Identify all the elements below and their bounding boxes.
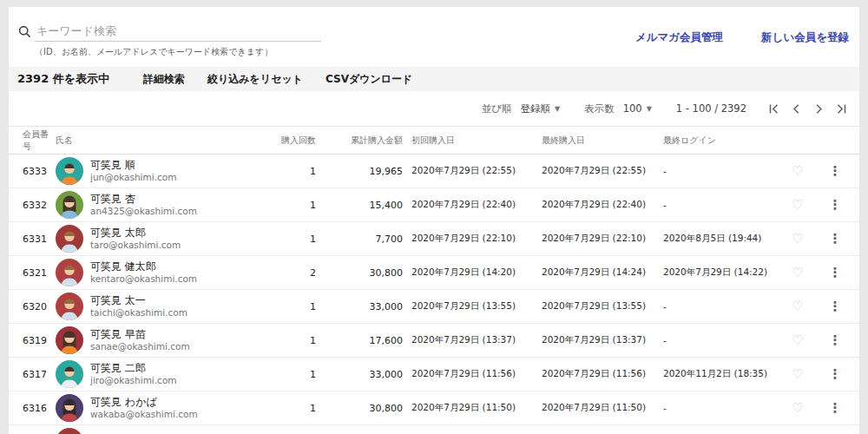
row-menu-icon[interactable]: ⋮ xyxy=(829,233,842,246)
register-member-link[interactable]: 新しい会員を登録 xyxy=(761,30,849,45)
first-purchase-date: 2020年7月29日 (14:20) xyxy=(403,266,533,279)
table-row[interactable]: 6332 可笑見 杏an4325@okashimi.com115,4002020… xyxy=(9,188,859,222)
table-body: 6333 可笑見 順jun@okashimi.com119,9652020年7月… xyxy=(9,155,859,434)
purchase-count: 1 xyxy=(264,301,316,312)
member-email: wakaba@okashimi.com xyxy=(90,409,264,420)
row-menu-icon[interactable]: ⋮ xyxy=(829,165,842,178)
per-page-dropdown[interactable]: 100 ▼ xyxy=(623,102,652,115)
member-email: jun@okashimi.com xyxy=(90,172,264,183)
member-name: 可笑見 早苗 xyxy=(90,328,264,341)
search-input[interactable] xyxy=(35,19,321,42)
table-row[interactable]: 6320 可笑見 太一taichi@okashimi.com133,000202… xyxy=(9,290,859,324)
avatar-image xyxy=(56,428,83,434)
table-row[interactable]: 6317 可笑見 二郎jiro@okashimi.com133,0002020年… xyxy=(9,358,859,391)
last-login-date: - xyxy=(654,166,776,176)
pagination-row: 並び順 登録順 ▼ 表示数 100 ▼ 1 - 100 / 2392 xyxy=(9,91,859,126)
purchase-count: 1 xyxy=(264,335,316,346)
total-purchase-amount: 33,000 xyxy=(316,369,403,380)
favorite-heart-icon[interactable]: ♡ xyxy=(792,300,803,313)
last-login-date: 2020年7月29日 (14:22) xyxy=(654,266,776,279)
last-login-date: 2020年11月2日 (18:35) xyxy=(654,368,776,380)
sort-dropdown[interactable]: 登録順 ▼ xyxy=(521,102,561,115)
table-row[interactable]: 6319 可笑見 早苗sanae@okashimi.com117,6002020… xyxy=(9,324,859,358)
advanced-search-button[interactable]: 詳細検索 xyxy=(143,72,185,87)
avatar xyxy=(56,191,90,219)
first-page-button[interactable] xyxy=(762,98,785,119)
favorite-heart-icon[interactable]: ♡ xyxy=(792,165,803,178)
csv-download-button[interactable]: CSVダウンロード xyxy=(326,72,412,87)
row-menu-icon[interactable]: ⋮ xyxy=(829,334,842,347)
column-header-total-amount: 累計購入金額 xyxy=(316,135,403,147)
member-name: 可笑見 わかば xyxy=(90,396,264,409)
avatar-image xyxy=(56,157,83,185)
total-purchase-amount: 19,965 xyxy=(316,166,403,177)
per-page-label: 表示数 xyxy=(584,102,615,115)
purchase-count: 1 xyxy=(264,166,316,177)
last-login-date: - xyxy=(654,335,776,345)
avatar-image xyxy=(56,259,83,286)
table-header: 会員番号 氏名 購入回数 累計購入金額 初回購入日 最終購入日 最終ログイン xyxy=(9,126,859,155)
table-row[interactable]: 6331 可笑見 太郎taro@okashimi.com17,7002020年7… xyxy=(9,222,859,256)
favorite-heart-icon[interactable]: ♡ xyxy=(792,368,803,381)
row-menu-icon[interactable]: ⋮ xyxy=(829,199,842,212)
purchase-count: 1 xyxy=(264,200,316,211)
column-header-last-purchase: 最終購入日 xyxy=(533,135,654,147)
table-row[interactable]: 6333 可笑見 順jun@okashimi.com119,9652020年7月… xyxy=(9,155,859,188)
column-header-name: 氏名 xyxy=(56,135,264,147)
avatar-image xyxy=(56,326,83,354)
total-purchase-amount: 15,400 xyxy=(316,200,403,211)
member-email: sanae@okashimi.com xyxy=(90,341,264,352)
chevron-down-icon: ▼ xyxy=(555,105,560,113)
reset-filters-button[interactable]: 絞り込みをリセット xyxy=(207,72,303,87)
first-purchase-date: 2020年7月29日 (22:10) xyxy=(403,233,533,245)
total-purchase-amount: 30,800 xyxy=(316,403,403,414)
mail-magazine-link[interactable]: メルマガ会員管理 xyxy=(635,30,723,45)
member-id: 6316 xyxy=(23,403,56,414)
row-menu-icon[interactable]: ⋮ xyxy=(829,402,842,415)
last-login-date: - xyxy=(654,301,776,312)
favorite-heart-icon[interactable]: ♡ xyxy=(792,199,803,212)
member-identity: 可笑見 順jun@okashimi.com xyxy=(90,159,264,183)
member-email: taro@okashimi.com xyxy=(90,240,264,251)
table-row[interactable]: 6316 可笑見 わかばwakaba@okashimi.com130,80020… xyxy=(9,391,859,425)
result-count: 2392 件を表示中 xyxy=(17,71,143,87)
member-name: 可笑見 順 xyxy=(90,159,264,172)
previous-page-button[interactable] xyxy=(785,98,807,119)
favorite-heart-icon[interactable]: ♡ xyxy=(792,233,803,246)
favorite-heart-icon[interactable]: ♡ xyxy=(792,334,803,347)
avatar-image xyxy=(56,191,83,219)
member-email: jiro@okashimi.com xyxy=(90,375,264,386)
avatar-image xyxy=(56,293,83,320)
last-purchase-date: 2020年7月29日 (22:10) xyxy=(533,233,654,245)
purchase-count: 1 xyxy=(264,403,316,414)
next-page-button[interactable] xyxy=(807,98,830,119)
member-identity: 可笑見 わかばwakaba@okashimi.com xyxy=(90,396,264,420)
last-purchase-date: 2020年7月29日 (13:55) xyxy=(533,300,654,312)
total-purchase-amount: 17,600 xyxy=(316,335,403,346)
avatar xyxy=(56,225,90,253)
row-menu-icon[interactable]: ⋮ xyxy=(829,368,842,381)
table-row[interactable] xyxy=(9,425,859,434)
favorite-heart-icon[interactable]: ♡ xyxy=(792,266,803,279)
member-identity: 可笑見 太郎taro@okashimi.com xyxy=(90,227,264,251)
member-id: 6331 xyxy=(23,233,56,245)
last-purchase-date: 2020年7月29日 (11:56) xyxy=(533,368,654,380)
content-card: （ID、お名前、メールアドレスでキーワード検索できます） メルマガ会員管理 新し… xyxy=(9,7,859,434)
avatar-image xyxy=(56,394,83,422)
last-purchase-date: 2020年7月29日 (22:55) xyxy=(533,165,654,177)
last-purchase-date: 2020年7月29日 (11:50) xyxy=(533,402,654,414)
member-identity: 可笑見 二郎jiro@okashimi.com xyxy=(90,362,264,386)
filter-bar: 2392 件を表示中 詳細検索 絞り込みをリセット CSVダウンロード xyxy=(9,67,859,91)
purchase-count: 1 xyxy=(264,233,316,245)
member-identity: 可笑見 早苗sanae@okashimi.com xyxy=(90,328,264,352)
total-purchase-amount: 33,000 xyxy=(316,301,403,312)
page-range: 1 - 100 / 2392 xyxy=(676,102,746,115)
last-page-button[interactable] xyxy=(830,98,852,119)
avatar-image xyxy=(56,225,83,253)
table-row[interactable]: 6321 可笑見 健太郎kentaro@okashimi.com230,8002… xyxy=(9,256,859,290)
member-identity: 可笑見 太一taichi@okashimi.com xyxy=(90,294,264,319)
member-email: taichi@okashimi.com xyxy=(90,307,264,319)
row-menu-icon[interactable]: ⋮ xyxy=(829,300,842,313)
favorite-heart-icon[interactable]: ♡ xyxy=(792,402,803,415)
row-menu-icon[interactable]: ⋮ xyxy=(829,266,842,279)
